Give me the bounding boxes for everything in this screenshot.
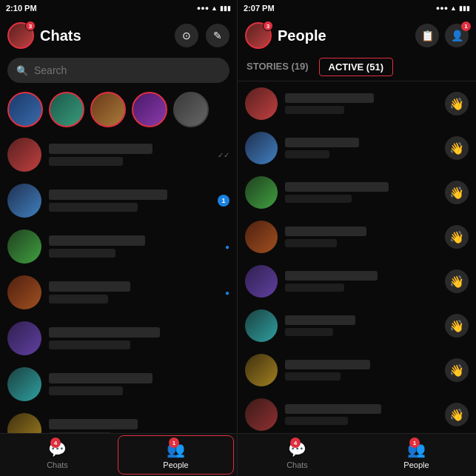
story-avatar[interactable] [90,92,126,127]
camera-icon: ⊙ [182,30,191,41]
chats-nav-icon: 💬 4 [48,440,67,458]
right-bottom-nav: 💬 4 Chats 👥 1 People [238,433,476,476]
avatar [7,229,41,264]
nav-item-people[interactable]: 👥 1 People [118,435,234,475]
avatar [7,413,41,433]
table-row[interactable]: ● [0,224,237,269]
table-row[interactable] [0,361,237,407]
wave-button[interactable]: 👋 [445,314,469,338]
left-bottom-nav: 💬 4 Chats 👥 1 People [0,433,237,476]
table-row[interactable] [0,315,237,361]
search-input[interactable] [34,64,221,76]
search-bar[interactable]: 🔍 [7,58,229,83]
camera-button[interactable]: ⊙ [175,24,198,47]
right-nav-item-people[interactable]: 👥 1 People [357,436,476,474]
people-info [285,315,438,336]
story-avatar[interactable] [7,92,43,127]
people-name [285,93,374,103]
right-people-nav-icon: 👥 1 [407,440,426,458]
chat-name [49,373,152,383]
people-sub [285,195,352,203]
people-name [285,271,378,281]
people-nav-label: People [163,460,188,469]
right-chats-nav-icon: 💬 4 [288,440,306,458]
list-item[interactable]: 👋 [238,348,476,392]
avatar [245,132,278,164]
people-title: People [278,27,326,44]
table-row[interactable]: 1 [0,178,237,224]
add-person-icon: 👤 [451,30,463,41]
avatar [7,367,41,401]
table-row[interactable] [0,407,237,433]
people-avatar-container[interactable]: 3 [245,22,272,49]
right-header-actions: 📋 👤 1 [415,24,469,47]
wave-button[interactable]: 👋 [445,403,469,426]
people-tabs: STORIES (19) ACTIVE (51) [238,55,476,81]
right-status-bar: 2:07 PM ●●● ▲ ▮▮▮ [238,0,476,16]
right-header: 3 People 📋 👤 1 [238,16,476,55]
people-info [285,138,438,158]
list-item[interactable]: 👋 [238,215,476,259]
list-item[interactable]: 👋 [238,304,476,348]
tab-active[interactable]: ACTIVE (51) [319,58,393,76]
wave-button[interactable]: 👋 [445,225,469,249]
battery-icon: ▮▮▮ [220,4,231,12]
chat-time: ● [225,243,229,251]
story-avatar[interactable] [132,92,167,127]
wave-button[interactable]: 👋 [445,92,469,115]
edit-button[interactable]: ✎ [206,24,229,47]
chat-name [49,235,145,246]
people-info [285,271,438,292]
chat-name [49,327,160,338]
chat-info [49,144,210,166]
avatar [245,221,278,253]
wave-button[interactable]: 👋 [445,358,469,382]
people-list: 👋 👋 👋 👋 [238,81,476,433]
avatar [7,321,41,355]
chats-nav-label: Chats [47,460,68,469]
chat-info [49,419,222,433]
right-chats-nav-badge: 4 [290,438,301,448]
wave-button[interactable]: 👋 [445,136,469,160]
chat-preview [49,386,123,395]
list-item[interactable]: 👋 [238,126,476,170]
wave-button[interactable]: 👋 [445,269,469,293]
header-left: 3 Chats [7,22,81,49]
chat-info [49,327,222,349]
list-item[interactable]: 👋 [238,259,476,304]
right-status-icons: ●●● ▲ ▮▮▮ [436,4,470,12]
chat-name [49,281,130,292]
wave-button[interactable]: 👋 [445,181,469,204]
people-info [285,360,438,381]
chat-preview [49,295,108,304]
story-avatar[interactable] [49,92,84,127]
contacts-button[interactable]: 📋 [415,24,439,47]
list-item[interactable]: 👋 [238,392,476,433]
story-avatar[interactable] [173,92,209,127]
chat-list: ✓✓ 1 ● [0,132,237,433]
table-row[interactable]: ● [0,269,237,315]
people-sub [285,106,344,114]
avatar [245,176,278,209]
people-info [285,93,438,114]
chat-meta: 1 [218,195,229,207]
people-name [285,182,389,192]
list-item[interactable]: 👋 [238,170,476,215]
right-time: 2:07 PM [244,4,275,13]
chats-title: Chats [40,27,81,44]
left-status-bar: 2:10 PM ●●● ▲ ▮▮▮ [0,0,237,16]
right-nav-item-chats[interactable]: 💬 4 Chats [238,436,357,474]
unread-badge: 1 [218,195,229,207]
avatar [245,354,278,386]
user-avatar-container[interactable]: 3 [7,22,34,49]
table-row[interactable]: ✓✓ [0,132,237,178]
add-people-button[interactable]: 👤 1 [445,24,469,47]
left-status-icons: ●●● ▲ ▮▮▮ [197,4,231,12]
people-info [285,404,438,425]
avatar [7,275,41,309]
tab-stories[interactable]: STORIES (19) [245,58,310,76]
list-item[interactable]: 👋 [238,81,476,126]
nav-item-chats[interactable]: 💬 4 Chats [0,436,115,474]
left-panel: 2:10 PM ●●● ▲ ▮▮▮ 3 Chats ⊙ ✎ 🔍 [0,0,238,476]
edit-icon: ✎ [213,30,222,41]
